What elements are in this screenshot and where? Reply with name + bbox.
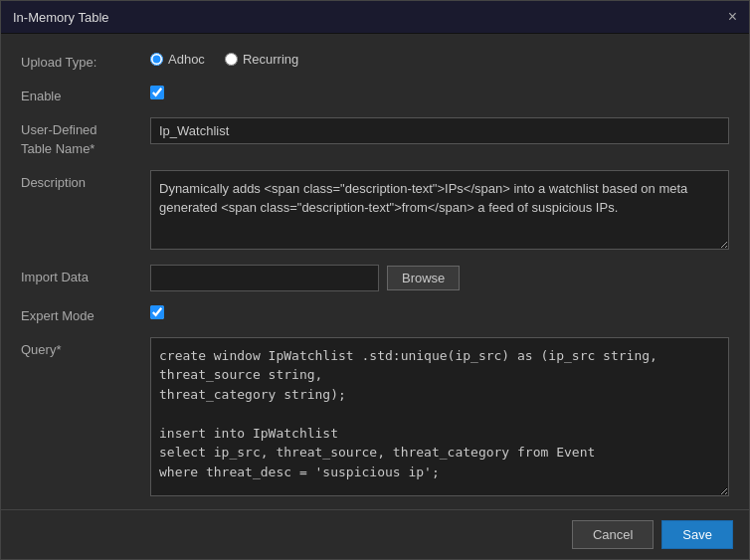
table-name-input[interactable]: [150, 117, 729, 144]
footer: Cancel Save: [1, 509, 749, 559]
save-button[interactable]: Save: [661, 520, 733, 549]
adhoc-radio[interactable]: [150, 53, 163, 66]
description-label: Description: [21, 170, 150, 192]
import-data-input[interactable]: [150, 265, 379, 291]
expert-mode-control: [150, 303, 729, 319]
query-input[interactable]: create window IpWatchlist .std:unique(ip…: [150, 337, 729, 496]
description-input[interactable]: Dynamically adds <span class="descriptio…: [150, 170, 729, 250]
recurring-radio[interactable]: [225, 53, 238, 66]
enable-checkbox[interactable]: [150, 86, 164, 99]
upload-type-control: Adhoc Recurring: [150, 50, 729, 67]
expert-mode-row: Expert Mode: [21, 303, 729, 325]
title-bar: In-Memory Table ×: [1, 1, 749, 34]
import-data-control: Browse: [150, 265, 729, 291]
query-label: Query*: [21, 337, 150, 359]
table-name-row: User-DefinedTable Name*: [21, 117, 729, 157]
upload-type-row: Upload Type: Adhoc Recurring: [21, 50, 729, 72]
enable-row: Enable: [21, 84, 729, 105]
expert-mode-label: Expert Mode: [21, 303, 150, 325]
adhoc-option[interactable]: Adhoc: [150, 52, 205, 67]
description-control: Dynamically adds <span class="descriptio…: [150, 170, 729, 253]
description-row: Description Dynamically adds <span class…: [21, 170, 729, 253]
query-row: Query* create window IpWatchlist .std:un…: [21, 337, 729, 499]
import-row: Browse: [150, 265, 729, 291]
import-data-row: Import Data Browse: [21, 265, 729, 291]
enable-label: Enable: [21, 84, 150, 105]
enable-control: [150, 84, 729, 99]
import-data-label: Import Data: [21, 265, 150, 286]
recurring-option[interactable]: Recurring: [225, 52, 298, 67]
adhoc-label: Adhoc: [168, 52, 205, 67]
close-button[interactable]: ×: [728, 9, 737, 25]
form-content: Upload Type: Adhoc Recurring Enable User…: [1, 34, 749, 509]
expert-mode-checkbox[interactable]: [150, 305, 164, 319]
table-name-control: [150, 117, 729, 144]
recurring-label: Recurring: [243, 52, 298, 67]
query-control: create window IpWatchlist .std:unique(ip…: [150, 337, 729, 499]
dialog: In-Memory Table × Upload Type: Adhoc Rec…: [0, 0, 750, 560]
table-name-label: User-DefinedTable Name*: [21, 117, 150, 157]
upload-type-label: Upload Type:: [21, 50, 150, 72]
dialog-title: In-Memory Table: [13, 10, 109, 25]
browse-button[interactable]: Browse: [387, 266, 460, 290]
cancel-button[interactable]: Cancel: [572, 520, 654, 549]
